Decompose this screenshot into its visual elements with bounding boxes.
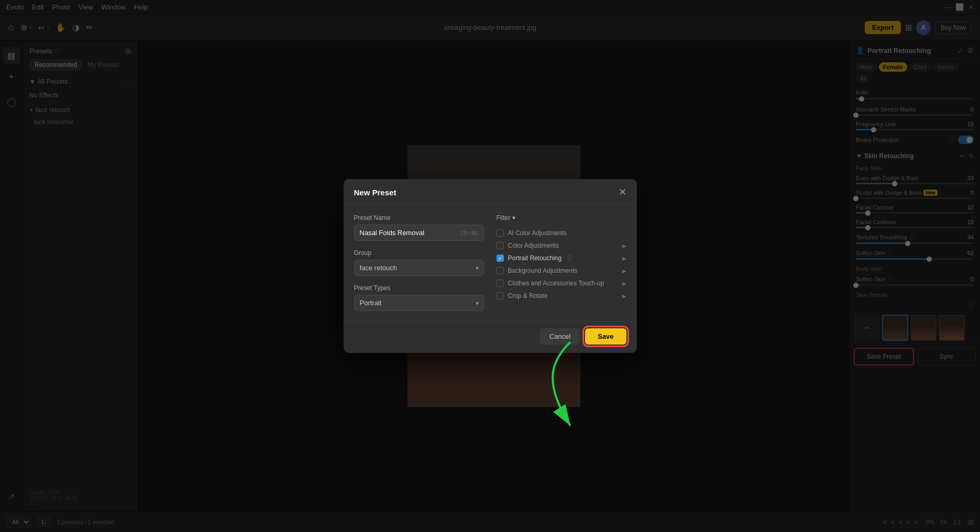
filter-section: Filter ▾ [497,214,626,221]
filter-crop-rotate[interactable]: Crop & Rotate ▶ [497,290,626,302]
cancel-button[interactable]: Cancel [540,328,580,345]
modal-title: New Preset [354,188,397,197]
save-button[interactable]: Save [585,328,626,345]
filter-portrait-retouching[interactable]: Portrait Retouching ⓘ ▶ [497,252,626,264]
modal-close-button[interactable]: ✕ [619,187,626,197]
new-preset-modal: New Preset ✕ Preset Name 19 / 80 Group f… [344,179,637,353]
checkbox-portrait-retouching[interactable] [497,254,504,262]
checkbox-clothes-accessories[interactable] [497,280,504,287]
color-adj-arrow: ▶ [622,243,626,249]
preset-type-select[interactable]: Portrait [354,295,484,311]
preset-name-label: Preset Name [354,214,484,221]
preset-types-label: Preset Types [354,284,484,292]
filter-background-adjustments[interactable]: Background Adjustments ▶ [497,264,626,277]
filter-ai-color[interactable]: AI Color Adjustments [497,227,626,239]
checkbox-background-adjustments[interactable] [497,267,504,274]
background-adj-arrow: ▶ [622,268,626,274]
preset-name-input[interactable]: 19 / 80 [354,225,484,241]
filter-chevron-icon[interactable]: ▾ [512,214,515,221]
checkbox-crop-rotate[interactable] [497,292,504,300]
group-label: Group [354,249,484,257]
crop-arrow: ▶ [622,293,626,299]
modal-left: Preset Name 19 / 80 Group face retouch P… [354,214,484,311]
char-count: 19 / 80 [460,230,478,236]
checkbox-color-adjustments[interactable] [497,242,504,249]
checkbox-ai-color[interactable] [497,229,504,237]
filter-color-adjustments[interactable]: Color Adjustments ▶ [497,239,626,252]
preset-name-text-input[interactable] [360,229,460,237]
modal-footer: Cancel Save [344,322,637,353]
clothes-arrow: ▶ [622,281,626,286]
portrait-arrow: ▶ [622,256,626,261]
filter-clothes-accessories[interactable]: Clothes and Accessories Touch-up ▶ [497,277,626,290]
portrait-info-icon[interactable]: ⓘ [567,254,572,262]
modal-overlay: New Preset ✕ Preset Name 19 / 80 Group f… [0,0,980,532]
modal-right: Filter ▾ AI Color Adjustments Color Adju… [497,214,626,311]
group-select[interactable]: face retouch [354,260,484,276]
